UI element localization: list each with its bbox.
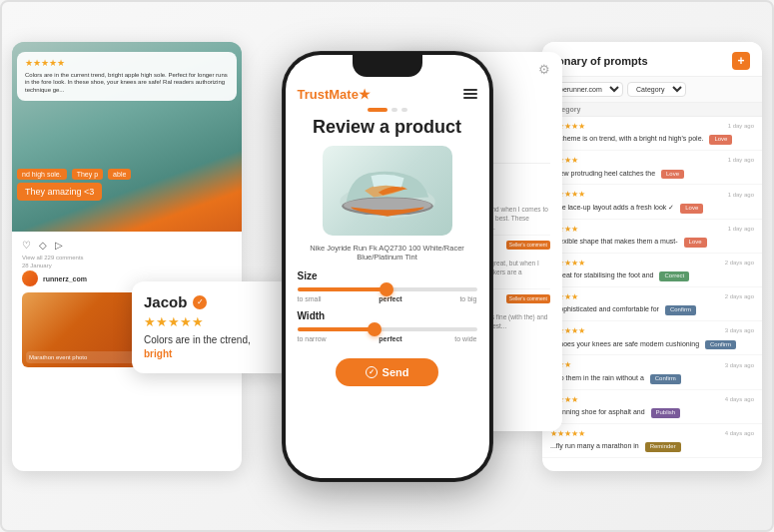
- filter-row: berunner.com Category: [542, 77, 762, 103]
- comment-icon[interactable]: ◇: [39, 240, 47, 251]
- review-title: Review a product: [298, 117, 477, 138]
- review-card-overlay: ★★★★★ Colors are in the current trend, b…: [17, 52, 237, 101]
- size-slider-container: Size to small perfect to big: [298, 270, 477, 302]
- dot-inactive-2: [401, 108, 407, 112]
- size-label-perfect: perfect: [379, 295, 401, 302]
- phone-screen: TrustMate★: [286, 55, 489, 478]
- size-slider-thumb[interactable]: [380, 282, 393, 296]
- review-row: ★★★★★ 2 days ago ...great for stabilisin…: [542, 254, 762, 287]
- review-row-header-5: ★★★★★ 2 days ago: [550, 259, 754, 268]
- carousel-dots: [298, 108, 477, 112]
- review-text-9: ...running shoe for asphalt and: [550, 408, 645, 415]
- review-row: ★★★★★ 1 day ago ...scheme is on trend, w…: [542, 117, 762, 151]
- jacob-review-text: Colors are in the ctrend, bright: [144, 333, 280, 361]
- review-text-overlay: Colors are in the current trend, bright …: [25, 72, 229, 95]
- col-category-header: Category: [550, 106, 754, 113]
- heart-icon[interactable]: ♡: [22, 240, 31, 251]
- social-icons: ♡ ◇ ▷: [22, 240, 232, 251]
- review-text-7: ...shoes your knees are safe modern cush…: [550, 340, 699, 347]
- dictionary-title: ionary of prompts: [554, 55, 648, 67]
- review-row: ★★★★ 4 days ago ...running shoe for asph…: [542, 390, 762, 424]
- shoe-svg: [333, 153, 442, 228]
- phone-content: TrustMate★: [286, 55, 489, 478]
- review-time-3: 1 day ago: [728, 192, 754, 200]
- size-label: Size: [298, 270, 477, 281]
- hamburger-line-1: [463, 89, 477, 91]
- size-label-big: to big: [459, 295, 476, 302]
- review-row-header-3: ★★★★★ 1 day ago: [550, 190, 754, 200]
- width-slider-track: [298, 327, 477, 331]
- phone-wrapper: TrustMate★: [283, 52, 492, 481]
- gear-icon-summary[interactable]: ⚙: [538, 62, 550, 77]
- account-name: runnerz_com: [43, 275, 87, 282]
- action-tag-5[interactable]: Correct: [659, 271, 689, 281]
- product-image: [323, 146, 452, 236]
- action-tag-6[interactable]: Confirm: [665, 305, 696, 315]
- jacob-stars: ★★★★★: [144, 314, 280, 329]
- product-name: Nike Joyride Run Fk AQ2730 100 White/Rac…: [298, 244, 477, 264]
- action-tag-8[interactable]: Confirm: [650, 374, 681, 384]
- share-icon[interactable]: ▷: [55, 240, 63, 251]
- width-label-perfect: perfect: [379, 335, 401, 342]
- review-row: ★★★★ 2 days ago ...sophisticated and com…: [542, 287, 762, 321]
- left-panel: ★★★★★ Colors are in the current trend, b…: [12, 42, 242, 471]
- review-text-8: ...do them in the rain without a: [550, 374, 644, 381]
- action-tag-2[interactable]: Love: [661, 170, 684, 180]
- phone-header: TrustMate★: [298, 83, 477, 102]
- category-filter[interactable]: Category: [627, 82, 686, 97]
- dot-active: [368, 108, 387, 112]
- review-row: ★★★ 3 days ago ...do them in the rain wi…: [542, 355, 762, 389]
- review-row-header-2: ★★★★ 1 day ago: [550, 156, 754, 166]
- action-tag-4[interactable]: Love: [684, 238, 707, 248]
- review-row: ★★★★ 1 day ago ...flexible shape that ma…: [542, 220, 762, 254]
- review-row-header-7: ★★★★★ 3 days ago: [550, 326, 754, 336]
- review-text-1: ...scheme is on trend, with a bright nd …: [550, 135, 703, 142]
- orange-tag-2: They p: [72, 169, 103, 180]
- width-slider-container: Width to narrow perfect to wide: [298, 310, 477, 342]
- review-row-header-8: ★★★ 3 days ago: [550, 360, 754, 370]
- send-button[interactable]: ✓ Send: [336, 358, 439, 386]
- jacob-name-row: Jacob ✓: [144, 293, 280, 310]
- review-row: ★★★★ 1 day ago ...new protruding heel ca…: [542, 151, 762, 185]
- review-time-7: 3 days ago: [725, 327, 754, 335]
- review-row: ★★★★★ 3 days ago ...shoes your knees are…: [542, 321, 762, 355]
- review-row-header-1: ★★★★★ 1 day ago: [550, 122, 754, 132]
- hamburger-line-3: [463, 97, 477, 99]
- left-panel-image: ★★★★★ Colors are in the current trend, b…: [12, 42, 242, 232]
- main-container: ★★★★★ Colors are in the current trend, b…: [0, 0, 774, 532]
- dot-inactive-1: [391, 108, 397, 112]
- trustmate-logo: TrustMate★: [298, 87, 371, 102]
- jacob-name: Jacob: [144, 293, 187, 310]
- action-tag-3[interactable]: Love: [680, 204, 703, 214]
- review-panel-body: ★★★★★ 1 day ago ...scheme is on trend, w…: [542, 117, 762, 471]
- review-stars-10: ★★★★★: [550, 429, 585, 439]
- views-count: View all 229 comments: [22, 255, 232, 261]
- review-text-5: ...great for stabilising the foot and: [550, 271, 654, 278]
- width-label-narrow: to narrow: [298, 335, 327, 342]
- hamburger-menu[interactable]: [463, 89, 477, 99]
- review-time-8: 3 days ago: [725, 362, 754, 370]
- avatar: [22, 270, 38, 286]
- review-time-1: 1 day ago: [728, 123, 754, 131]
- review-text-6: ...sophisticated and comfortable for: [550, 305, 659, 312]
- header-actions: +: [732, 52, 750, 70]
- verified-badge: ✓: [193, 295, 207, 309]
- add-prompt-button[interactable]: +: [732, 52, 750, 70]
- orange-tag-1: nd high sole.: [17, 169, 67, 180]
- review-row-header-4: ★★★★ 1 day ago: [550, 225, 754, 235]
- review-row: ★★★★★ 4 days ago ...fly run many a marat…: [542, 424, 762, 458]
- review-time-9: 4 days ago: [725, 396, 754, 404]
- action-tag-10[interactable]: Reminder: [645, 442, 681, 452]
- review-text-4: ...flexible shape that makes them a must…: [550, 238, 678, 245]
- review-text-2: ...new protruding heel catches the: [550, 170, 655, 177]
- post-date: 28 January: [22, 263, 232, 268]
- action-tag-7[interactable]: Confirm: [705, 340, 736, 350]
- width-label-wide: to wide: [454, 335, 476, 342]
- size-slider-labels: to small perfect to big: [298, 295, 477, 302]
- action-tag-9[interactable]: Publish: [651, 408, 681, 418]
- send-label: Send: [383, 366, 409, 378]
- review-text-3: ...the lace-up layout adds a fresh look …: [550, 204, 674, 211]
- action-tag-1[interactable]: Love: [709, 135, 732, 145]
- review-time-10: 4 days ago: [725, 430, 754, 438]
- width-slider-thumb[interactable]: [368, 322, 382, 336]
